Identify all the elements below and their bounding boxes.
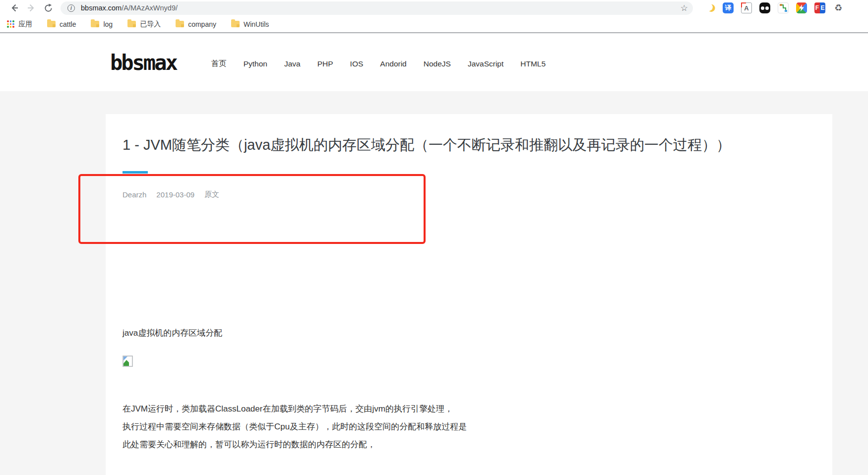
bookmark-folder-label: log — [103, 20, 113, 28]
fe-right-letter: E — [820, 2, 825, 13]
back-button[interactable] — [6, 1, 23, 15]
bolt-icon — [799, 4, 805, 11]
article-card: 1 - JVM随笔分类（java虚拟机的内存区域分配（一个不断记录和推翻以及再记… — [106, 114, 832, 475]
paragraph-line: 执行过程中需要空间来存储数据（类似于Cpu及主存），此时的这段空间的分配和释放过… — [123, 418, 812, 436]
folder-icon — [47, 21, 56, 27]
fe-left-letter: F — [814, 2, 820, 13]
paragraph-line: 此处需要关心和理解的，暂可以称为运行时的数据的内存区的分配， — [123, 436, 812, 454]
nav-item-java[interactable]: Java — [284, 59, 301, 68]
apps-grid-icon — [7, 20, 14, 28]
nav-item-html5[interactable]: HTML5 — [520, 59, 546, 68]
url-host: bbsmax.com — [81, 4, 122, 12]
address-bar[interactable]: i bbsmax.com/A/MAzAxWnyd9/ ☆ — [61, 1, 693, 15]
nav-item-php[interactable]: PHP — [317, 59, 333, 68]
site-logo[interactable]: bbsmax — [110, 51, 177, 75]
bookmark-folder-label: company — [188, 20, 216, 28]
section-heading: java虚拟机的内存区域分配 — [123, 327, 812, 339]
a-extension-icon[interactable]: A — [741, 2, 752, 13]
bookmarks-bar: 应用 cattle log 已导入 company WinUtils — [0, 16, 868, 33]
moon-icon — [704, 2, 713, 11]
chart-extension-icon[interactable] — [778, 2, 789, 13]
two-dots-extension-icon[interactable] — [759, 2, 770, 13]
nav-item-python[interactable]: Python — [244, 59, 267, 68]
forward-button[interactable] — [23, 1, 40, 15]
recycle-extension-icon[interactable]: ♻ — [833, 2, 844, 13]
url-text[interactable]: bbsmax.com/A/MAzAxWnyd9/ — [81, 4, 681, 12]
forward-arrow-icon — [26, 3, 36, 13]
lightning-extension-icon[interactable] — [796, 2, 807, 13]
bookmark-folder-label: 已导入 — [140, 20, 161, 29]
bookmark-star-icon[interactable]: ☆ — [681, 4, 688, 12]
page-background: 1 - JVM随笔分类（java虚拟机的内存区域分配（一个不断记录和推翻以及再记… — [0, 91, 868, 475]
site-header: bbsmax 首页 Python Java PHP IOS Andorid No… — [0, 34, 868, 91]
bookmark-folder-winutils[interactable]: WinUtils — [231, 20, 269, 28]
bookmark-folder-cattle[interactable]: cattle — [47, 20, 76, 28]
bookmark-folder-label: cattle — [60, 20, 76, 28]
browser-toolbar: i bbsmax.com/A/MAzAxWnyd9/ ☆ 译 A — [0, 0, 868, 16]
folder-icon — [91, 21, 99, 27]
title-accent-bar — [123, 171, 148, 174]
folder-icon — [127, 21, 136, 27]
broken-image-icon — [123, 356, 133, 367]
folder-icon — [176, 21, 184, 27]
nav-item-javascript[interactable]: JavaScript — [468, 59, 503, 68]
apps-shortcut[interactable]: 应用 — [7, 20, 32, 29]
article-paragraph: 在JVM运行时，类加载器ClassLoader在加载到类的字节码后，交由jvm的… — [123, 400, 812, 454]
nav-item-ios[interactable]: IOS — [350, 59, 364, 68]
bookmark-folder-imported[interactable]: 已导入 — [127, 20, 161, 29]
browser-window: i bbsmax.com/A/MAzAxWnyd9/ ☆ 译 A — [0, 0, 868, 475]
reload-button[interactable] — [40, 1, 57, 15]
nav-item-nodejs[interactable]: NodeJS — [424, 59, 451, 68]
back-arrow-icon — [9, 3, 19, 13]
extension-row: 译 A F E ♻ — [703, 0, 868, 16]
folder-icon — [231, 21, 240, 27]
dark-mode-extension-icon[interactable] — [704, 2, 715, 13]
nav-item-android[interactable]: Andorid — [380, 59, 406, 68]
red-annotation-box — [78, 174, 426, 244]
article-title: 1 - JVM随笔分类（java虚拟机的内存区域分配（一个不断记录和推翻以及再记… — [123, 135, 812, 155]
site-nav: 首页 Python Java PHP IOS Andorid NodeJS Ja… — [211, 59, 546, 69]
paragraph-line: 在JVM运行时，类加载器ClassLoader在加载到类的字节码后，交由jvm的… — [123, 400, 812, 418]
translate-extension-icon[interactable]: 译 — [723, 2, 734, 13]
page-info-icon[interactable]: i — [67, 4, 75, 12]
nav-item-home[interactable]: 首页 — [211, 59, 227, 69]
bookmark-folder-label: WinUtils — [244, 20, 269, 28]
reload-icon — [44, 3, 53, 13]
bookmark-folder-log[interactable]: log — [91, 20, 113, 28]
bookmark-folder-company[interactable]: company — [176, 20, 216, 28]
url-path: /A/MAzAxWnyd9/ — [122, 4, 178, 12]
clipped-extension-icon[interactable] — [851, 2, 857, 13]
apps-label: 应用 — [18, 20, 32, 29]
flowchart-icon — [779, 3, 788, 12]
fe-helper-extension-icon[interactable]: F E — [814, 2, 825, 13]
